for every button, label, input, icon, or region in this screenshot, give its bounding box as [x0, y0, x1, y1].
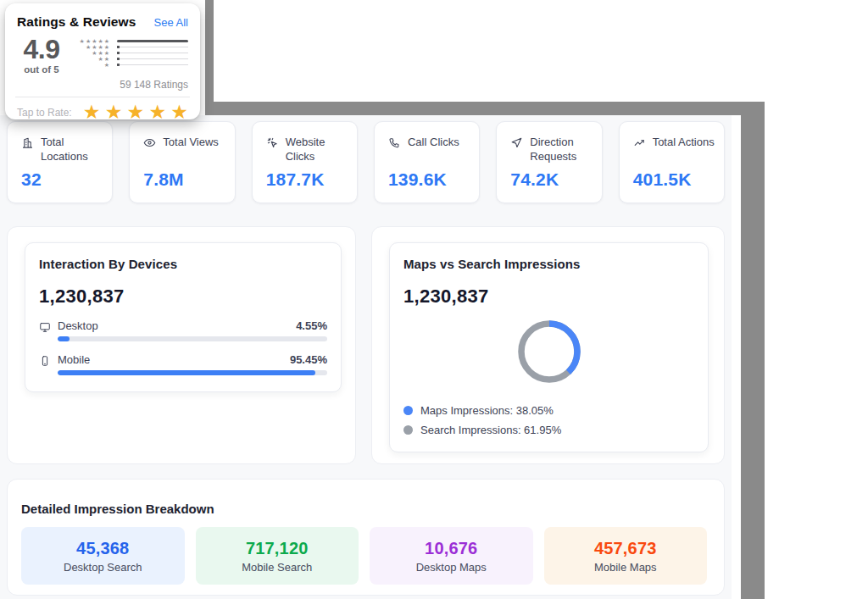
divider [15, 97, 190, 97]
impressions-card-title: Maps vs Search Impressions [403, 257, 694, 271]
donut-legend: Maps Impressions: 38.05% Search Impressi… [403, 404, 694, 438]
devices-panel: Interaction By Devices 1,230,837 Desktop… [7, 226, 356, 464]
hist-stars-4: ★★★★ [76, 44, 110, 50]
tile-desktop-search: 45,368 Desktop Search [21, 527, 185, 585]
eye-icon [143, 136, 156, 149]
tile-mobile-maps: 457,673 Mobile Maps [544, 527, 708, 585]
hist-stars-3: ★★★ [76, 50, 110, 56]
cursor-click-icon [266, 136, 279, 149]
stat-card-call-clicks: Call Clicks 139.6K [374, 121, 480, 203]
tile-value: 717,120 [246, 539, 309, 558]
tile-label: Mobile Maps [594, 561, 657, 574]
legend-item-maps: Maps Impressions: 38.05% [403, 404, 694, 417]
legend-dot-maps [403, 406, 413, 415]
rating-out-of: out of 5 [17, 64, 66, 75]
stat-card-total-actions: Total Actions 401.5K [619, 121, 725, 203]
tile-desktop-maps: 10,676 Desktop Maps [370, 527, 533, 585]
stat-card-total-locations: Total Locations 32 [7, 121, 113, 203]
devices-card: Interaction By Devices 1,230,837 Desktop… [25, 242, 342, 392]
breakdown-card: Detailed Impression Breakdown 45,368 Des… [7, 479, 725, 596]
progress-track [58, 370, 327, 375]
see-all-link[interactable]: See All [154, 16, 188, 29]
screen: Total Locations 32 Total Views 7.8M [0, 0, 868, 599]
tile-value: 45,368 [76, 539, 129, 558]
progress-track [58, 336, 327, 341]
hist-bar-3 [117, 53, 188, 54]
stat-label: Total Actions [653, 135, 715, 149]
stat-card-website-clicks: Website Clicks 187.7K [252, 121, 358, 203]
devices-total: 1,230,837 [39, 286, 327, 308]
rate-star-3[interactable]: ★ [127, 102, 145, 123]
rate-star-1[interactable]: ★ [83, 102, 101, 123]
hist-bar-4 [117, 47, 188, 48]
tile-label: Desktop Search [64, 561, 142, 574]
window-frame-top [205, 102, 765, 115]
mobile-icon [39, 355, 51, 375]
rating-histogram: ★★★★★ ★★★★ ★★★ ★★ ★ [76, 36, 188, 75]
devices-card-title: Interaction By Devices [39, 257, 327, 271]
stat-value: 401.5K [633, 169, 721, 190]
impressions-card: Maps vs Search Impressions 1,230,837 Map… [389, 242, 709, 452]
device-percent: 4.55% [296, 319, 327, 332]
tile-mobile-search: 717,120 Mobile Search [196, 527, 359, 585]
stat-value: 139.6K [388, 169, 476, 190]
stat-value: 74.2K [510, 169, 598, 190]
hist-bar-5 [117, 40, 188, 43]
legend-dot-search [403, 425, 413, 435]
progress-fill-mobile [58, 370, 315, 375]
tile-value: 10,676 [425, 539, 477, 558]
hist-bar-1 [117, 64, 188, 66]
stat-card-direction-requests: Direction Requests 74.2K [496, 121, 602, 203]
device-percent: 95.45% [290, 353, 327, 366]
stat-value: 187.7K [266, 169, 353, 190]
impressions-panel: Maps vs Search Impressions 1,230,837 Map… [371, 226, 725, 464]
dashboard-content: Total Locations 32 Total Views 7.8M [0, 115, 732, 599]
device-row-mobile: Mobile 95.45% [39, 353, 327, 375]
legend-label: Maps Impressions: 38.05% [420, 404, 554, 417]
stat-card-total-views: Total Views 7.8M [129, 121, 235, 203]
hist-stars-1: ★ [76, 62, 110, 68]
phone-icon [388, 136, 401, 149]
ratings-count: 59 148 Ratings [17, 79, 188, 91]
device-label: Desktop [58, 319, 98, 332]
rate-star-2[interactable]: ★ [105, 102, 123, 123]
window-frame-right [741, 102, 765, 599]
stat-label: Direction Requests [530, 135, 598, 164]
breakdown-tile-row: 45,368 Desktop Search 717,120 Mobile Sea… [21, 527, 707, 585]
tap-to-rate-stars: ★ ★ ★ ★ ★ [83, 102, 188, 123]
stat-value: 32 [21, 169, 108, 190]
desktop-icon [39, 321, 51, 341]
tile-label: Mobile Search [242, 561, 312, 574]
legend-label: Search Impressions: 61.95% [420, 424, 561, 436]
breakdown-title: Detailed Impression Breakdown [21, 502, 707, 516]
stat-card-row: Total Locations 32 Total Views 7.8M [7, 121, 725, 203]
rate-star-4[interactable]: ★ [148, 102, 166, 123]
impressions-total: 1,230,837 [403, 286, 694, 308]
stat-value: 7.8M [143, 169, 231, 190]
navigation-icon [510, 136, 523, 149]
hist-bar-2 [117, 58, 188, 60]
stat-label: Call Clicks [408, 135, 459, 149]
tap-to-rate-label: Tap to Rate: [17, 107, 72, 119]
tile-label: Desktop Maps [416, 561, 487, 574]
trending-up-icon [633, 136, 646, 149]
tile-value: 457,673 [594, 539, 657, 558]
hist-stars-2: ★★ [76, 56, 110, 62]
rate-star-5[interactable]: ★ [170, 102, 188, 123]
window-frame-stub [205, 0, 214, 115]
device-label: Mobile [58, 353, 90, 366]
device-row-desktop: Desktop 4.55% [39, 319, 327, 341]
stat-label: Website Clicks [286, 135, 353, 164]
legend-item-search: Search Impressions: 61.95% [403, 424, 694, 436]
rating-score: 4.9 [17, 36, 66, 63]
hist-stars-5: ★★★★★ [76, 38, 110, 44]
progress-fill-desktop [58, 336, 70, 341]
ratings-reviews-card: Ratings & Reviews See All 4.9 out of 5 ★… [5, 3, 200, 119]
stat-label: Total Views [163, 135, 219, 149]
ratings-title: Ratings & Reviews [17, 14, 136, 30]
donut-chart [512, 314, 587, 389]
stat-label: Total Locations [41, 135, 108, 164]
building-icon [21, 136, 34, 149]
